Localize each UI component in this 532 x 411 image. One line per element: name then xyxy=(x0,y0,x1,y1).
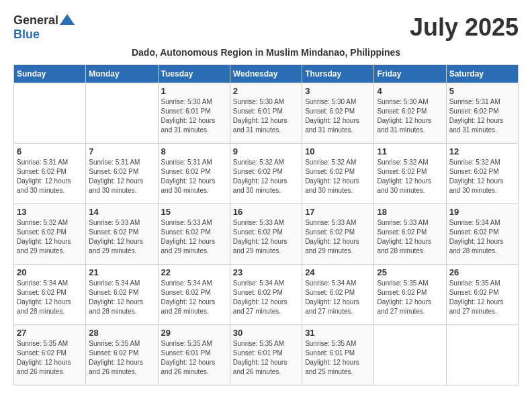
day-number: 28 xyxy=(89,328,154,338)
day-info: Sunrise: 5:30 AM Sunset: 6:02 PM Dayligh… xyxy=(305,97,371,135)
logo-general-text: General xyxy=(13,13,58,28)
day-info: Sunrise: 5:35 AM Sunset: 6:02 PM Dayligh… xyxy=(89,339,154,377)
day-info: Sunrise: 5:30 AM Sunset: 6:02 PM Dayligh… xyxy=(377,97,443,135)
calendar-cell: 23Sunrise: 5:34 AM Sunset: 6:02 PM Dayli… xyxy=(230,265,302,325)
day-info: Sunrise: 5:31 AM Sunset: 6:02 PM Dayligh… xyxy=(161,158,227,195)
day-number: 4 xyxy=(377,86,443,96)
day-number: 11 xyxy=(377,146,443,156)
svg-marker-0 xyxy=(60,14,75,25)
day-info: Sunrise: 5:30 AM Sunset: 6:01 PM Dayligh… xyxy=(233,97,299,135)
calendar-cell: 25Sunrise: 5:35 AM Sunset: 6:02 PM Dayli… xyxy=(374,265,446,325)
day-number: 9 xyxy=(233,146,299,156)
day-info: Sunrise: 5:34 AM Sunset: 6:02 PM Dayligh… xyxy=(89,279,154,316)
day-info: Sunrise: 5:31 AM Sunset: 6:02 PM Dayligh… xyxy=(17,158,83,195)
calendar-cell xyxy=(446,325,518,385)
weekday-thursday: Thursday xyxy=(302,65,374,83)
calendar-cell: 7Sunrise: 5:31 AM Sunset: 6:02 PM Daylig… xyxy=(86,144,158,204)
day-info: Sunrise: 5:35 AM Sunset: 6:01 PM Dayligh… xyxy=(161,339,227,377)
day-number: 18 xyxy=(377,207,443,217)
day-number: 24 xyxy=(305,267,371,277)
day-info: Sunrise: 5:32 AM Sunset: 6:02 PM Dayligh… xyxy=(233,158,299,195)
calendar-cell: 16Sunrise: 5:33 AM Sunset: 6:02 PM Dayli… xyxy=(230,204,302,265)
day-number: 7 xyxy=(89,146,154,156)
calendar-cell: 15Sunrise: 5:33 AM Sunset: 6:02 PM Dayli… xyxy=(158,204,230,265)
week-row-1: 1Sunrise: 5:30 AM Sunset: 6:01 PM Daylig… xyxy=(14,83,519,144)
day-number: 15 xyxy=(161,207,227,217)
day-info: Sunrise: 5:35 AM Sunset: 6:01 PM Dayligh… xyxy=(233,339,299,377)
page-subtitle: Dado, Autonomous Region in Muslim Mindan… xyxy=(13,47,519,58)
weekday-saturday: Saturday xyxy=(446,65,518,83)
calendar-cell: 14Sunrise: 5:33 AM Sunset: 6:02 PM Dayli… xyxy=(86,204,158,265)
day-number: 29 xyxy=(161,328,227,338)
day-number: 21 xyxy=(89,267,154,277)
calendar-cell: 9Sunrise: 5:32 AM Sunset: 6:02 PM Daylig… xyxy=(230,144,302,204)
day-number: 17 xyxy=(305,207,371,217)
logo-blue-text: Blue xyxy=(13,28,40,42)
calendar-cell: 31Sunrise: 5:35 AM Sunset: 6:01 PM Dayli… xyxy=(302,325,374,385)
day-number: 1 xyxy=(161,86,227,96)
day-number: 25 xyxy=(377,267,443,277)
day-info: Sunrise: 5:31 AM Sunset: 6:02 PM Dayligh… xyxy=(449,97,515,135)
month-title: July 2025 xyxy=(410,13,519,42)
day-info: Sunrise: 5:34 AM Sunset: 6:02 PM Dayligh… xyxy=(233,279,299,316)
calendar-cell: 4Sunrise: 5:30 AM Sunset: 6:02 PM Daylig… xyxy=(374,83,446,144)
calendar-cell: 20Sunrise: 5:34 AM Sunset: 6:02 PM Dayli… xyxy=(14,265,86,325)
day-info: Sunrise: 5:33 AM Sunset: 6:02 PM Dayligh… xyxy=(233,218,299,256)
calendar-table: SundayMondayTuesdayWednesdayThursdayFrid… xyxy=(13,64,519,385)
calendar-cell: 6Sunrise: 5:31 AM Sunset: 6:02 PM Daylig… xyxy=(14,144,86,204)
calendar-cell: 10Sunrise: 5:32 AM Sunset: 6:02 PM Dayli… xyxy=(302,144,374,204)
calendar-cell: 3Sunrise: 5:30 AM Sunset: 6:02 PM Daylig… xyxy=(302,83,374,144)
logo-icon xyxy=(60,14,75,28)
day-info: Sunrise: 5:35 AM Sunset: 6:02 PM Dayligh… xyxy=(449,279,515,316)
page-header: General Blue July 2025 xyxy=(13,13,519,42)
day-info: Sunrise: 5:35 AM Sunset: 6:02 PM Dayligh… xyxy=(377,279,443,316)
day-number: 23 xyxy=(233,267,299,277)
day-number: 30 xyxy=(233,328,299,338)
day-number: 31 xyxy=(305,328,371,338)
weekday-friday: Friday xyxy=(374,65,446,83)
day-info: Sunrise: 5:32 AM Sunset: 6:02 PM Dayligh… xyxy=(449,158,515,195)
calendar-cell xyxy=(14,83,86,144)
calendar-cell: 27Sunrise: 5:35 AM Sunset: 6:02 PM Dayli… xyxy=(14,325,86,385)
day-number: 2 xyxy=(233,86,299,96)
calendar-cell: 28Sunrise: 5:35 AM Sunset: 6:02 PM Dayli… xyxy=(86,325,158,385)
calendar-cell: 17Sunrise: 5:33 AM Sunset: 6:02 PM Dayli… xyxy=(302,204,374,265)
day-number: 6 xyxy=(17,146,83,156)
day-info: Sunrise: 5:32 AM Sunset: 6:02 PM Dayligh… xyxy=(305,158,371,195)
day-info: Sunrise: 5:33 AM Sunset: 6:02 PM Dayligh… xyxy=(89,218,154,256)
weekday-monday: Monday xyxy=(86,65,158,83)
calendar-cell: 2Sunrise: 5:30 AM Sunset: 6:01 PM Daylig… xyxy=(230,83,302,144)
calendar-cell: 18Sunrise: 5:33 AM Sunset: 6:02 PM Dayli… xyxy=(374,204,446,265)
day-info: Sunrise: 5:31 AM Sunset: 6:02 PM Dayligh… xyxy=(89,158,154,195)
day-number: 13 xyxy=(17,207,83,217)
calendar-cell: 22Sunrise: 5:34 AM Sunset: 6:02 PM Dayli… xyxy=(158,265,230,325)
calendar-cell: 19Sunrise: 5:34 AM Sunset: 6:02 PM Dayli… xyxy=(446,204,518,265)
day-number: 10 xyxy=(305,146,371,156)
day-number: 12 xyxy=(449,146,515,156)
week-row-3: 13Sunrise: 5:32 AM Sunset: 6:02 PM Dayli… xyxy=(14,204,519,265)
day-number: 19 xyxy=(449,207,515,217)
calendar-cell xyxy=(86,83,158,144)
calendar-cell: 1Sunrise: 5:30 AM Sunset: 6:01 PM Daylig… xyxy=(158,83,230,144)
day-info: Sunrise: 5:33 AM Sunset: 6:02 PM Dayligh… xyxy=(161,218,227,256)
calendar-cell: 24Sunrise: 5:34 AM Sunset: 6:02 PM Dayli… xyxy=(302,265,374,325)
day-info: Sunrise: 5:34 AM Sunset: 6:02 PM Dayligh… xyxy=(449,218,515,256)
day-number: 3 xyxy=(305,86,371,96)
weekday-sunday: Sunday xyxy=(14,65,86,83)
day-number: 5 xyxy=(449,86,515,96)
day-info: Sunrise: 5:33 AM Sunset: 6:02 PM Dayligh… xyxy=(305,218,371,256)
day-info: Sunrise: 5:32 AM Sunset: 6:02 PM Dayligh… xyxy=(377,158,443,195)
calendar-cell: 13Sunrise: 5:32 AM Sunset: 6:02 PM Dayli… xyxy=(14,204,86,265)
calendar-cell xyxy=(374,325,446,385)
day-info: Sunrise: 5:34 AM Sunset: 6:02 PM Dayligh… xyxy=(17,279,83,316)
calendar-cell: 5Sunrise: 5:31 AM Sunset: 6:02 PM Daylig… xyxy=(446,83,518,144)
calendar-cell: 21Sunrise: 5:34 AM Sunset: 6:02 PM Dayli… xyxy=(86,265,158,325)
day-info: Sunrise: 5:34 AM Sunset: 6:02 PM Dayligh… xyxy=(161,279,227,316)
day-number: 16 xyxy=(233,207,299,217)
day-info: Sunrise: 5:35 AM Sunset: 6:01 PM Dayligh… xyxy=(305,339,371,377)
week-row-5: 27Sunrise: 5:35 AM Sunset: 6:02 PM Dayli… xyxy=(14,325,519,385)
day-number: 22 xyxy=(161,267,227,277)
calendar-cell: 8Sunrise: 5:31 AM Sunset: 6:02 PM Daylig… xyxy=(158,144,230,204)
day-info: Sunrise: 5:33 AM Sunset: 6:02 PM Dayligh… xyxy=(377,218,443,256)
weekday-wednesday: Wednesday xyxy=(230,65,302,83)
